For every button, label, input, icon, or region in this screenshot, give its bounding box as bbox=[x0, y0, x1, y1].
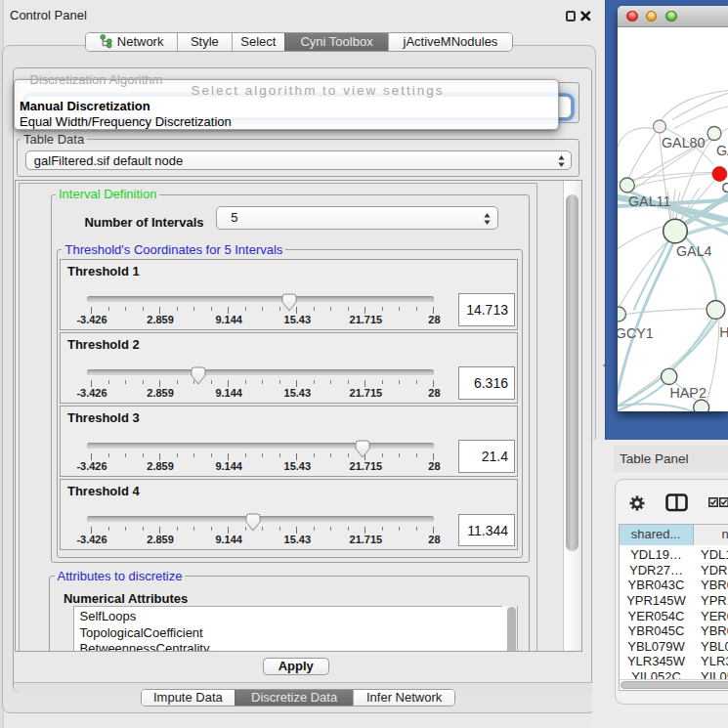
tick-label: 2.859 bbox=[131, 314, 190, 325]
threshold-1-title: Threshold 1 bbox=[67, 264, 140, 278]
tab-style[interactable]: Style bbox=[177, 33, 231, 51]
tab-cyni-toolbox-label: Cyni Toolbox bbox=[300, 34, 372, 49]
network-node[interactable] bbox=[620, 178, 634, 193]
tick-label: 15.43 bbox=[268, 387, 326, 399]
table-row[interactable]: YBL079W YBL07 bbox=[620, 639, 728, 655]
cell-shared-name: YBR043C bbox=[620, 578, 694, 593]
network-node[interactable] bbox=[654, 120, 666, 133]
cell-name: YDR27 bbox=[701, 563, 728, 578]
window-zoom-traffic-light[interactable] bbox=[665, 11, 676, 21]
cell-name: YBR04 bbox=[701, 623, 728, 639]
checkbox-icon[interactable] bbox=[719, 497, 728, 507]
threshold-2-title: Threshold 2 bbox=[67, 337, 140, 352]
list-item[interactable]: BetweennessCentrality bbox=[74, 641, 517, 651]
network-canvas[interactable]: GAL80 GA CY GAL11 GAL4 GCY1 H HAP2 bbox=[618, 27, 728, 411]
table-row[interactable]: YPR145W YPR14 bbox=[620, 593, 728, 609]
apply-button[interactable]: Apply bbox=[263, 658, 329, 675]
threshold-2-panel: Threshold 2 -3.426 2.859 9.144 15.43 21.… bbox=[60, 332, 518, 403]
tab-impute-data[interactable]: Impute Data bbox=[142, 690, 235, 707]
node-label: H bbox=[719, 324, 728, 340]
tab-jactivemnodules[interactable]: jActiveMNodules bbox=[388, 33, 512, 51]
tab-discretize-data-label: Discretize Data bbox=[251, 690, 337, 705]
tab-network-label: Network bbox=[117, 34, 164, 49]
threshold-1-value-field[interactable]: 14.713 bbox=[458, 293, 515, 326]
threshold-2-slider-thumb[interactable] bbox=[191, 366, 206, 385]
attributes-scrollbar-thumb[interactable] bbox=[507, 607, 516, 651]
list-item[interactable]: TopologicalCoefficient bbox=[74, 625, 517, 641]
table-hscrollbar-track[interactable] bbox=[620, 679, 728, 691]
threshold-4-value-field[interactable]: 11.344 bbox=[458, 514, 515, 547]
checkbox-icon[interactable] bbox=[708, 497, 718, 507]
table-row[interactable]: YER054C YER05 bbox=[620, 609, 728, 624]
cell-shared-name: YER054C bbox=[620, 609, 694, 624]
column-selector-icon[interactable] bbox=[665, 493, 689, 512]
tab-impute-data-label: Impute Data bbox=[153, 690, 223, 705]
threshold-3-slider-thumb[interactable] bbox=[355, 440, 370, 458]
tab-select-label: Select bbox=[240, 34, 276, 49]
network-node[interactable] bbox=[707, 126, 721, 140]
settings-scrollbar-thumb[interactable] bbox=[566, 194, 578, 552]
threshold-4-slider-thumb[interactable] bbox=[245, 513, 261, 532]
settings-scroll-pane: Interval Definition Number of Intervals … bbox=[15, 180, 582, 651]
float-window-icon[interactable] bbox=[566, 11, 577, 21]
threshold-2-value-field[interactable]: 6.316 bbox=[458, 366, 515, 400]
network-node[interactable] bbox=[618, 307, 626, 321]
screenshot: Control Panel Network Style Select Cy bbox=[0, 0, 728, 728]
node-label: GAL4 bbox=[676, 242, 712, 258]
table-row[interactable]: YBR043C YBR04 bbox=[620, 578, 728, 593]
cell-shared-name: YDL19… bbox=[620, 547, 694, 563]
number-of-intervals-label: Number of Intervals bbox=[84, 215, 203, 230]
tab-discretize-data[interactable]: Discretize Data bbox=[235, 690, 353, 707]
popup-item-equal-width[interactable]: Equal Width/Frequency Discretization bbox=[15, 114, 558, 130]
popup-item-manual-discretization[interactable]: Manual Discretization bbox=[15, 99, 558, 114]
combo-arrows-icon bbox=[558, 155, 565, 167]
network-node[interactable] bbox=[662, 368, 677, 384]
tab-infer-network-label: Infer Network bbox=[366, 690, 442, 705]
table-row[interactable]: YBR045C YBR04 bbox=[620, 623, 728, 639]
tab-network[interactable]: Network bbox=[86, 33, 177, 51]
cell-name: YDL19 bbox=[701, 547, 728, 563]
tick-label: 21.715 bbox=[336, 314, 395, 325]
threshold-3-value-field[interactable]: 21.4 bbox=[458, 440, 515, 473]
tab-jactivemnodules-label: jActiveMNodules bbox=[404, 34, 498, 49]
table-data-combobox-value: galFiltered.sif default node bbox=[34, 153, 183, 168]
numerical-attributes-list: SelfLoops TopologicalCoefficient Between… bbox=[73, 606, 518, 652]
table-row[interactable]: YDL19… YDL19 bbox=[620, 547, 728, 563]
tick-label: 9.144 bbox=[199, 534, 258, 545]
interval-definition-label: Interval Definition bbox=[56, 188, 159, 200]
table-data-combobox[interactable]: galFiltered.sif default node bbox=[25, 150, 572, 170]
threshold-1-slider-thumb[interactable] bbox=[281, 293, 297, 312]
threshold-4-slider-track[interactable] bbox=[87, 516, 434, 522]
list-item[interactable]: SelfLoops bbox=[74, 609, 517, 624]
threshold-2-slider-track[interactable] bbox=[87, 369, 434, 375]
table-row[interactable]: YLR345W YLR34 bbox=[620, 654, 728, 669]
table-panel-header: Table Panel bbox=[614, 446, 728, 472]
node-label: CY bbox=[722, 180, 728, 195]
column-header-name[interactable]: na bbox=[694, 525, 728, 545]
threshold-3-slider-track[interactable] bbox=[87, 443, 434, 449]
network-node[interactable] bbox=[694, 400, 709, 411]
number-of-intervals-combobox[interactable]: 5 bbox=[216, 206, 499, 230]
column-header-shared-name[interactable]: shared... bbox=[620, 525, 694, 545]
tab-infer-network[interactable]: Infer Network bbox=[353, 690, 454, 707]
tab-style-label: Style bbox=[191, 34, 219, 49]
network-node[interactable] bbox=[664, 219, 688, 243]
table-row[interactable]: YDR27… YDR27 bbox=[620, 563, 728, 578]
table-hscrollbar-thumb[interactable] bbox=[621, 681, 728, 689]
tab-cyni-toolbox[interactable]: Cyni Toolbox bbox=[284, 33, 388, 51]
table-panel-title: Table Panel bbox=[614, 446, 728, 466]
tick-label: 28 bbox=[405, 387, 463, 399]
gear-icon[interactable] bbox=[629, 495, 645, 511]
tick-label: 21.715 bbox=[336, 387, 395, 399]
network-node[interactable] bbox=[707, 300, 725, 319]
window-close-traffic-light[interactable] bbox=[626, 11, 637, 21]
network-graph: GAL80 GA CY GAL11 GAL4 GCY1 H HAP2 bbox=[618, 27, 728, 411]
tick-label: 15.43 bbox=[268, 534, 326, 545]
node-label: GAL11 bbox=[628, 193, 670, 209]
tab-select[interactable]: Select bbox=[232, 33, 285, 51]
panel-title: Control Panel bbox=[10, 8, 87, 22]
cell-shared-name: YBL079W bbox=[620, 639, 694, 655]
threshold-1-slider-track[interactable] bbox=[87, 296, 434, 302]
close-icon[interactable] bbox=[580, 11, 591, 21]
discretization-algorithm-label: Discretization Algorithm bbox=[27, 73, 166, 86]
